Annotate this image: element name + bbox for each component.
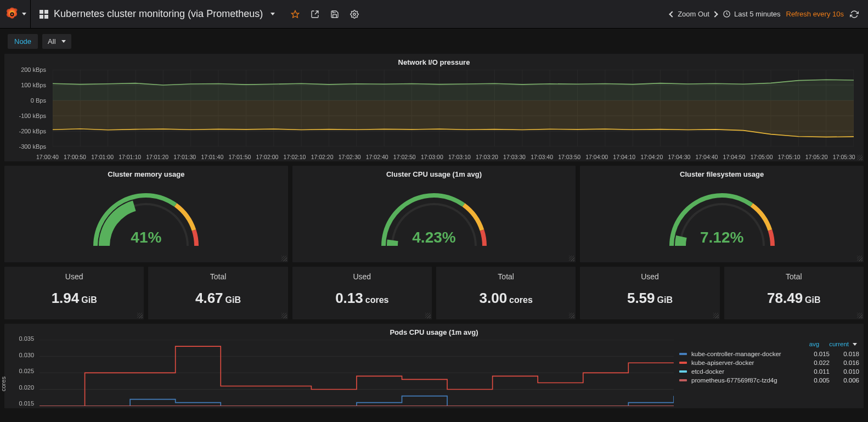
x-tick: 17:05:10: [778, 154, 805, 161]
x-tick: 17:01:40: [201, 154, 228, 161]
svg-marker-2: [292, 10, 299, 18]
panel-gauge-0[interactable]: Cluster memory usage 41%: [4, 166, 288, 262]
legend-series-name: prometheus-677569f87c-tzd4g: [691, 377, 800, 384]
panel-pods-cpu[interactable]: Pods CPU usage (1m avg) cores 0.0350.030…: [4, 324, 864, 408]
panel-stat-1[interactable]: Total 4.67GiB: [148, 267, 288, 319]
panel-gauge-1[interactable]: Cluster CPU usage (1m avg) 4.23%: [292, 166, 576, 262]
legend-avg: 0.005: [804, 377, 830, 384]
stat-unit: GiB: [805, 295, 820, 305]
stat-value: 3.00cores: [436, 281, 576, 307]
panel-title: Cluster memory usage: [4, 166, 288, 181]
legend-swatch-icon: [679, 353, 687, 355]
var-value-node[interactable]: All: [42, 34, 71, 49]
panel-title: Cluster filesystem usage: [580, 166, 864, 181]
settings-gear-icon[interactable]: [350, 9, 359, 19]
resize-handle-icon[interactable]: [137, 313, 143, 318]
y-tick: 200 kBps: [21, 66, 46, 73]
legend-item[interactable]: kube-apiserver-docker 0.022 0.016: [679, 358, 859, 367]
y-tick: 0 Bps: [31, 97, 46, 104]
y-tick: 100 kBps: [21, 82, 46, 88]
legend-item[interactable]: kube-controller-manager-docker 0.015 0.0…: [679, 350, 859, 358]
x-tick: 17:04:00: [585, 154, 613, 161]
dashboard-body: Network I/O pressure 200 kBps100 kBps0 B…: [0, 54, 868, 413]
legend-series-name: etcd-docker: [691, 368, 800, 375]
x-tick: 17:03:40: [531, 154, 558, 161]
resize-handle-icon[interactable]: [281, 313, 287, 318]
chevron-left-icon: [669, 11, 675, 17]
panel-network-io[interactable]: Network I/O pressure 200 kBps100 kBps0 B…: [4, 54, 864, 161]
refresh-icon[interactable]: [849, 9, 859, 19]
template-var-bar: Node All: [0, 29, 868, 54]
x-tick: 17:02:40: [366, 154, 393, 161]
panel-gauge-2[interactable]: Cluster filesystem usage 7.12%: [580, 166, 864, 262]
zoom-out-button[interactable]: Zoom Out: [670, 10, 717, 18]
resize-handle-icon[interactable]: [857, 256, 863, 261]
stat-label: Total: [436, 267, 576, 281]
x-tick: 17:03:10: [448, 154, 476, 161]
chart-plot-area[interactable]: [53, 70, 854, 147]
top-navbar: Kubernetes cluster monitoring (via Prome…: [0, 0, 868, 29]
legend-swatch-icon: [679, 370, 687, 373]
y-tick: 0.025: [19, 368, 34, 374]
panel-stat-0[interactable]: Used 1.94GiB: [4, 267, 144, 319]
x-tick: 17:01:50: [228, 154, 256, 161]
time-range-picker[interactable]: Last 5 minutes: [723, 10, 781, 18]
legend-series-name: kube-apiserver-docker: [691, 359, 800, 366]
chevron-right-icon: [712, 11, 718, 17]
resize-handle-icon[interactable]: [857, 313, 863, 318]
logo-caret-icon: [22, 13, 26, 15]
x-tick: 17:04:30: [668, 154, 695, 161]
svg-point-3: [353, 13, 356, 15]
var-label-node[interactable]: Node: [8, 34, 38, 49]
legend-item[interactable]: prometheus-677569f87c-tzd4g 0.005 0.006: [679, 376, 859, 385]
legend-item[interactable]: etcd-docker 0.011 0.010: [679, 367, 859, 376]
x-tick: 17:00:40: [36, 154, 64, 161]
resize-handle-icon[interactable]: [569, 313, 574, 318]
stat-value: 0.13cores: [292, 281, 432, 307]
legend-avg: 0.022: [804, 359, 830, 366]
stat-unit: GiB: [657, 295, 673, 305]
sort-caret-icon: [853, 343, 857, 346]
stat-value: 5.59GiB: [580, 281, 719, 307]
x-tick: 17:01:00: [91, 154, 119, 161]
x-tick: 17:05:30: [833, 154, 860, 161]
resize-handle-icon[interactable]: [425, 313, 431, 318]
panel-title: Pods CPU usage (1m avg): [4, 324, 864, 339]
resize-handle-icon[interactable]: [713, 313, 719, 318]
stat-unit: cores: [509, 295, 533, 305]
panel-stat-3[interactable]: Total 3.00cores: [436, 267, 576, 319]
x-axis: 17:00:4017:00:5017:01:0017:01:1017:01:20…: [36, 154, 860, 161]
refresh-interval[interactable]: Refresh every 10s: [786, 10, 844, 18]
y-axis: 200 kBps100 kBps0 Bps-100 kBps-200 kBps-…: [7, 70, 49, 147]
x-tick: 17:03:20: [476, 154, 503, 161]
x-tick: 17:05:00: [751, 154, 778, 161]
stat-value: 1.94GiB: [4, 281, 144, 307]
resize-handle-icon[interactable]: [281, 256, 287, 261]
legend-series-name: kube-controller-manager-docker: [691, 351, 800, 357]
chart-plot-area[interactable]: [40, 340, 674, 406]
gauge-value: 41%: [131, 229, 161, 246]
share-icon[interactable]: [310, 9, 320, 19]
star-icon[interactable]: [290, 9, 300, 19]
panel-stat-4[interactable]: Used 5.59GiB: [580, 267, 719, 319]
dashboard-grid-icon: [40, 10, 48, 19]
resize-handle-icon[interactable]: [569, 256, 574, 261]
grafana-logo[interactable]: [0, 0, 31, 29]
dashboard-picker[interactable]: Kubernetes cluster monitoring (via Prome…: [31, 0, 284, 29]
resize-handle-icon[interactable]: [857, 155, 863, 160]
panel-stat-2[interactable]: Used 0.13cores: [292, 267, 432, 319]
legend-col-current[interactable]: current: [829, 341, 857, 347]
x-tick: 17:04:40: [696, 154, 723, 161]
save-icon[interactable]: [330, 9, 340, 19]
legend-current: 0.018: [834, 351, 859, 357]
x-tick: 17:02:50: [393, 154, 421, 161]
stat-label: Used: [4, 267, 144, 281]
stat-unit: GiB: [81, 295, 97, 305]
y-tick: 0.015: [19, 400, 34, 407]
stat-label: Used: [292, 267, 432, 281]
y-tick: 0.020: [19, 384, 34, 391]
legend-col-avg[interactable]: avg: [809, 341, 820, 347]
panel-stat-5[interactable]: Total 78.49GiB: [724, 267, 864, 319]
x-tick: 17:00:50: [64, 154, 91, 161]
legend-avg: 0.015: [804, 351, 830, 357]
